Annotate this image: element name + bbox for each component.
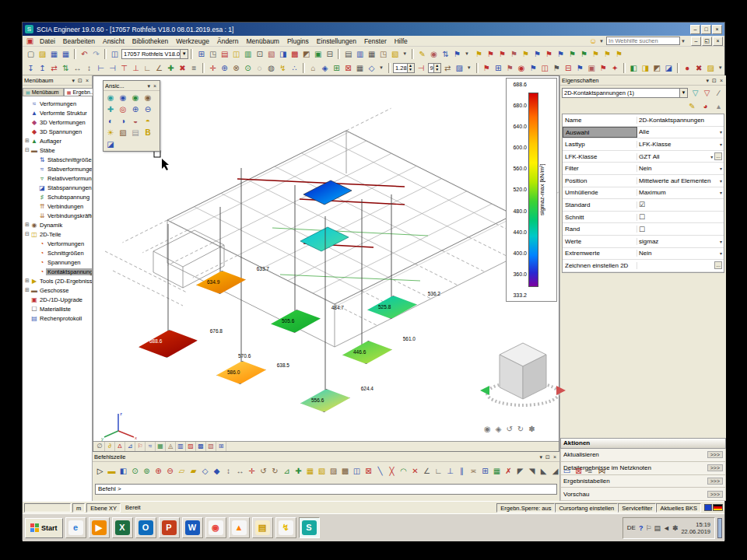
tree-item[interactable]: ▿ Relativverformung	[32, 173, 92, 183]
tree-item[interactable]: ▲ Verformte Struktur	[24, 108, 92, 117]
status-unit[interactable]: m	[72, 503, 85, 513]
toolbar-icon[interactable]: ▥	[242, 48, 254, 60]
chevron-down-icon[interactable]: ▼	[681, 39, 686, 44]
toolbar-icon[interactable]: ●	[682, 62, 693, 74]
command-tool-icon[interactable]: ↔	[234, 465, 246, 477]
panel-header-button[interactable]: ⊡	[710, 78, 718, 83]
drawing-tool-icon[interactable]: ⊞	[216, 442, 226, 451]
drawing-tool-icon[interactable]: ∂	[105, 442, 115, 451]
command-tool-icon[interactable]: ✛	[246, 465, 258, 477]
view-tool-icon[interactable]: ◉	[142, 92, 154, 103]
chevron-down-icon[interactable]: ▼	[180, 50, 188, 58]
chevron-down-icon[interactable]: ▾	[720, 178, 722, 184]
snap-tool-icon[interactable]: ◢	[549, 465, 561, 477]
toolbar-icon[interactable]: ◉	[428, 48, 440, 60]
menu-item[interactable]: Fenster	[360, 37, 391, 46]
command-tool-icon[interactable]: ▧	[316, 465, 328, 477]
tree-item[interactable]: ◔ Kontaktspannungen	[32, 267, 92, 276]
toolbar-icon[interactable]: ⊟	[563, 62, 574, 74]
toolbar-overflow-icon[interactable]: ▼	[379, 65, 384, 70]
command-tool-icon[interactable]: ◧	[117, 465, 129, 477]
loadcase-icon[interactable]: ⚑	[531, 48, 543, 60]
drawing-tool-icon[interactable]: ▩	[196, 442, 206, 451]
toolbar-icon[interactable]: ⌂	[307, 62, 319, 74]
toolbar-icon[interactable]: ≡	[188, 62, 200, 74]
loadcase-icon[interactable]: ⚑	[543, 48, 555, 60]
toolbar-icon[interactable]: ↔	[72, 62, 83, 74]
tree-item[interactable]: ◔ Schnittgrößen	[32, 248, 92, 257]
toolbar-icon[interactable]: ▥	[354, 48, 366, 60]
tree-expander-icon[interactable]: ⊟	[24, 147, 30, 153]
menu-item[interactable]: Bearbeiten	[59, 37, 99, 46]
viewport-tool-icon[interactable]: ↺	[506, 425, 512, 433]
toolbar-icon[interactable]: ▨	[705, 62, 717, 74]
loadcase-icon[interactable]: ⚑	[508, 48, 520, 60]
menu-item[interactable]: Ändern	[213, 37, 242, 46]
action-row[interactable]: Vorschau >>>	[560, 488, 726, 501]
toolbar-icon[interactable]: ⇄	[48, 62, 60, 74]
taskbar-app-button[interactable]: ▤	[252, 517, 273, 538]
action-more-button[interactable]: >>>	[707, 491, 723, 498]
tree-item[interactable]: ◆ 3D Verformungen	[24, 117, 92, 127]
taskbar-app-button[interactable]: W	[182, 517, 203, 538]
toolbar-icon[interactable]: ⊣	[416, 62, 427, 74]
toolbar-overflow-icon[interactable]: ▼	[465, 51, 469, 56]
property-value[interactable]: LFK-Klasse	[639, 141, 720, 148]
toolbar-icon[interactable]: ∠	[153, 62, 165, 74]
chevron-down-icon[interactable]: ▼	[599, 39, 604, 44]
menu-item[interactable]: Bibliotheken	[128, 37, 172, 46]
view-tool-icon[interactable]: ◉	[104, 92, 117, 103]
command-tool-icon[interactable]: ◆	[211, 465, 223, 477]
toolbar-icon[interactable]: ⊞	[493, 62, 504, 74]
property-row[interactable]: Filter Nein ▾	[563, 163, 724, 175]
toolbar-icon[interactable]: ⇅	[440, 48, 451, 60]
taskbar-app-button[interactable]: X	[112, 517, 133, 538]
drawing-tool-icon[interactable]: ∅	[95, 442, 105, 451]
scale-spinner[interactable]: 1.28▲▼	[393, 63, 415, 73]
toolbar-icon[interactable]: ⚑	[598, 62, 609, 74]
chevron-down-icon[interactable]: ▾	[720, 239, 722, 244]
command-tool-icon[interactable]: ↻	[269, 465, 281, 477]
drawing-tool-icon[interactable]: ▥	[176, 442, 186, 451]
tree-item[interactable]: ⊞ ▲ Auflager	[24, 136, 92, 145]
property-value[interactable]: GZT All	[639, 153, 710, 160]
property-checkbox[interactable]: ☐	[639, 213, 645, 221]
toolbar-icon[interactable]: ⚑	[551, 62, 563, 74]
loadcase-icon[interactable]: ⚑	[473, 48, 485, 60]
toolbar-icon[interactable]: ∟	[142, 62, 153, 74]
tray-icon[interactable]: ?	[639, 524, 644, 532]
toolbar-icon[interactable]: ◧	[628, 62, 640, 74]
view-tool-icon[interactable]: ◎	[117, 103, 129, 115]
toolbar-icon[interactable]: ⚑	[504, 62, 516, 74]
toolbar-icon[interactable]: ▦	[354, 62, 366, 74]
property-value[interactable]: Nein	[639, 165, 720, 172]
command-tool-icon[interactable]: ▩	[339, 465, 351, 477]
view-tool-icon[interactable]: ⊖	[142, 103, 154, 115]
view-tool-icon[interactable]: ◒	[129, 115, 142, 127]
toolbar-icon[interactable]: ▣	[586, 62, 598, 74]
clock[interactable]: 15:19 22.06.2019	[681, 521, 710, 535]
tree-item[interactable]: ☐ Materialliste	[24, 304, 92, 313]
property-row[interactable]: Lasttyp LFK-Klasse ▾	[563, 138, 724, 151]
panel-header-button[interactable]: ×	[718, 78, 724, 83]
tray-icon[interactable]: ⚐	[645, 524, 651, 532]
taskbar-app-button[interactable]: S	[299, 517, 320, 538]
snap-tool-icon[interactable]: ≍	[468, 465, 479, 477]
tree-item[interactable]: ◪ Stabspannungen	[32, 183, 92, 192]
window-control-button[interactable]: ×	[712, 25, 722, 34]
chevron-down-icon[interactable]: ▾	[720, 129, 722, 135]
menu-item[interactable]: Hilfe	[391, 37, 412, 46]
action-row[interactable]: Ergebnistabellen >>>	[560, 475, 726, 488]
command-tool-icon[interactable]: ▷	[94, 465, 106, 477]
properties-object-dropdown[interactable]: 2D-Kontaktspannungen (1) ▼	[562, 88, 688, 98]
chevron-down-icon[interactable]: ▾	[720, 142, 722, 147]
drawing-tool-icon[interactable]: Δ	[115, 442, 125, 451]
toolbar-icon[interactable]: ↯	[277, 62, 289, 74]
toolbar-icon[interactable]: ⊙	[242, 62, 254, 74]
loadcase-icon[interactable]: ⚑	[520, 48, 531, 60]
toolbar-icon[interactable]: ⊤	[118, 62, 130, 74]
command-tool-icon[interactable]: ▱	[176, 465, 188, 477]
snap-tool-icon[interactable]: ⊥	[444, 465, 456, 477]
taskbar-app-button[interactable]: ▲	[229, 517, 250, 538]
property-value[interactable]: Mittelwerte auf Elementen	[639, 177, 720, 184]
